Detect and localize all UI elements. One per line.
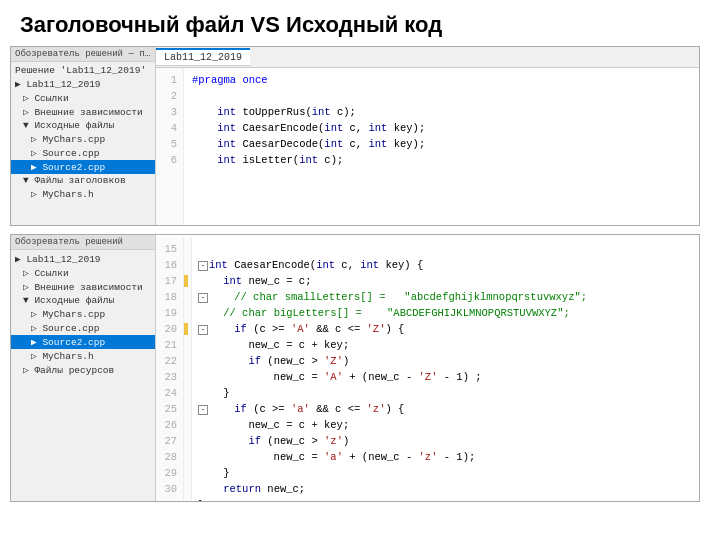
top-code-tab[interactable]: Lab11_12_2019 bbox=[156, 48, 250, 66]
tree-item[interactable]: Решение 'Lab11_12_2019' bbox=[11, 64, 155, 77]
bottom-sidebar-tree: ▶ Lab11_12_2019 ▷ Ссылки ▷ Внешние завис… bbox=[11, 250, 155, 379]
bottom-line-numbers: 15 16 17 18 19 20 21 22 23 24 25 26 27 2… bbox=[156, 237, 184, 501]
tree-item-selected[interactable]: ▶ Source2.cpp bbox=[11, 335, 155, 349]
tree-item[interactable]: ▷ MyChars.cpp bbox=[11, 307, 155, 321]
tree-item[interactable]: ▼ Исходные файлы bbox=[11, 119, 155, 132]
tree-item[interactable]: ▷ Source.cpp bbox=[11, 146, 155, 160]
bottom-code-panel: 15 16 17 18 19 20 21 22 23 24 25 26 27 2… bbox=[156, 235, 699, 501]
top-sidebar-tree: Решение 'Lab11_12_2019' ▶ Lab11_12_2019 … bbox=[11, 62, 155, 203]
tree-item[interactable]: ▷ Source.cpp bbox=[11, 321, 155, 335]
bottom-code-body: 15 16 17 18 19 20 21 22 23 24 25 26 27 2… bbox=[156, 237, 699, 501]
top-sidebar: Обозреватель решений — поиск (Ctrl+ Реше… bbox=[11, 47, 156, 225]
top-line-numbers: 1 2 3 4 5 6 bbox=[156, 68, 184, 225]
tree-item[interactable]: ▶ Lab11_12_2019 bbox=[11, 77, 155, 91]
top-ide-window: Обозреватель решений — поиск (Ctrl+ Реше… bbox=[10, 46, 700, 226]
tree-item[interactable]: ▷ Ссылки bbox=[11, 266, 155, 280]
top-code-body: 1 2 3 4 5 6 #pragma once int toUpperRus(… bbox=[156, 68, 699, 225]
page-title: Заголовочный файл VS Исходный код bbox=[0, 0, 720, 46]
top-ide-inner: Обозреватель решений — поиск (Ctrl+ Реше… bbox=[11, 47, 699, 225]
bottom-ide-window: Обозреватель решений ▶ Lab11_12_2019 ▷ С… bbox=[10, 234, 700, 502]
bottom-sidebar-toolbar: Обозреватель решений bbox=[11, 235, 155, 250]
bottom-sidebar: Обозреватель решений ▶ Lab11_12_2019 ▷ С… bbox=[11, 235, 156, 501]
top-sidebar-toolbar: Обозреватель решений — поиск (Ctrl+ bbox=[11, 47, 155, 62]
top-code-content: #pragma once int toUpperRus(int c); int … bbox=[184, 68, 433, 225]
bottom-ide-inner: Обозреватель решений ▶ Lab11_12_2019 ▷ С… bbox=[11, 235, 699, 501]
top-tab-bar: Lab11_12_2019 bbox=[156, 47, 699, 68]
tree-item[interactable]: ▷ MyChars.cpp bbox=[11, 132, 155, 146]
screenshots-container: Обозреватель решений — поиск (Ctrl+ Реше… bbox=[0, 46, 720, 502]
tree-item[interactable]: ▷ Внешние зависимости bbox=[11, 280, 155, 294]
top-code-panel: Lab11_12_2019 1 2 3 4 5 6 #pragma once i… bbox=[156, 47, 699, 225]
tree-item[interactable]: ▷ MyChars.h bbox=[11, 187, 155, 201]
tree-item[interactable]: ▼ Исходные файлы bbox=[11, 294, 155, 307]
tree-item[interactable]: ▼ Файлы заголовков bbox=[11, 174, 155, 187]
tree-item[interactable]: ▶ Lab11_12_2019 bbox=[11, 252, 155, 266]
tree-item[interactable]: ▷ Ссылки bbox=[11, 91, 155, 105]
bottom-code-content: -int CaesarEncode(int c, int key) { int … bbox=[192, 237, 593, 501]
tree-item[interactable]: ▷ MyChars.h bbox=[11, 349, 155, 363]
bottom-margin-markers bbox=[184, 237, 192, 501]
tree-item[interactable]: ▷ Файлы ресурсов bbox=[11, 363, 155, 377]
tree-item-selected[interactable]: ▶ Source2.cpp bbox=[11, 160, 155, 174]
tree-item[interactable]: ▷ Внешние зависимости bbox=[11, 105, 155, 119]
